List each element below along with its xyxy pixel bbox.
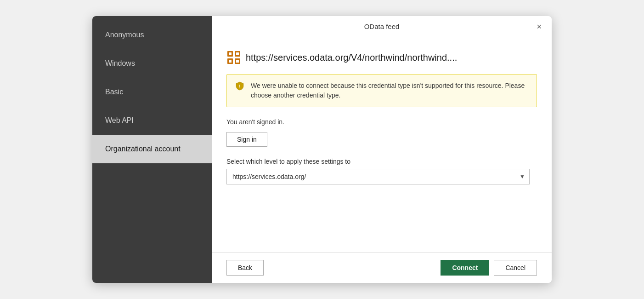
sidebar-item-windows[interactable]: Windows	[92, 49, 212, 78]
dialog-footer: Back Connect Cancel	[212, 252, 552, 283]
warning-icon: !	[235, 81, 244, 93]
svg-rect-7	[236, 60, 239, 63]
sidebar-item-web-api[interactable]: Web API	[92, 106, 212, 135]
odata-dialog: Anonymous Windows Basic Web API Organiza…	[92, 16, 552, 283]
sidebar-item-basic[interactable]: Basic	[92, 78, 212, 106]
close-button[interactable]: ×	[534, 21, 544, 33]
svg-rect-5	[236, 52, 239, 55]
warning-text: We were unable to connect because this c…	[251, 81, 528, 100]
content-area: https://services.odata.org/V4/northwind/…	[212, 37, 552, 252]
dialog-title: OData feed	[364, 23, 400, 30]
level-select-wrapper: https://services.odata.org/ https://serv…	[226, 169, 530, 184]
url-row: https://services.odata.org/V4/northwind/…	[226, 50, 537, 65]
feed-url: https://services.odata.org/V4/northwind/…	[246, 52, 457, 63]
svg-text:!: !	[239, 84, 240, 89]
sidebar: Anonymous Windows Basic Web API Organiza…	[92, 16, 212, 283]
sidebar-item-anonymous[interactable]: Anonymous	[92, 21, 212, 49]
level-label: Select which level to apply these settin…	[226, 158, 537, 165]
back-button[interactable]: Back	[226, 260, 264, 276]
footer-right: Connect Cancel	[441, 260, 537, 276]
svg-rect-6	[229, 60, 232, 63]
warning-box: ! We were unable to connect because this…	[226, 74, 537, 107]
dialog-header: OData feed ×	[212, 16, 552, 37]
svg-rect-4	[229, 52, 232, 55]
main-panel: OData feed × https://services.odata.org/…	[212, 16, 552, 283]
odata-icon	[226, 50, 241, 65]
cancel-button[interactable]: Cancel	[494, 260, 537, 276]
footer-left: Back	[226, 260, 264, 276]
sign-in-button[interactable]: Sign in	[226, 132, 267, 147]
signed-in-label: You aren't signed in.	[226, 118, 537, 126]
sidebar-item-org-account[interactable]: Organizational account	[92, 135, 212, 163]
connect-button[interactable]: Connect	[441, 260, 489, 276]
level-select[interactable]: https://services.odata.org/ https://serv…	[226, 169, 530, 184]
